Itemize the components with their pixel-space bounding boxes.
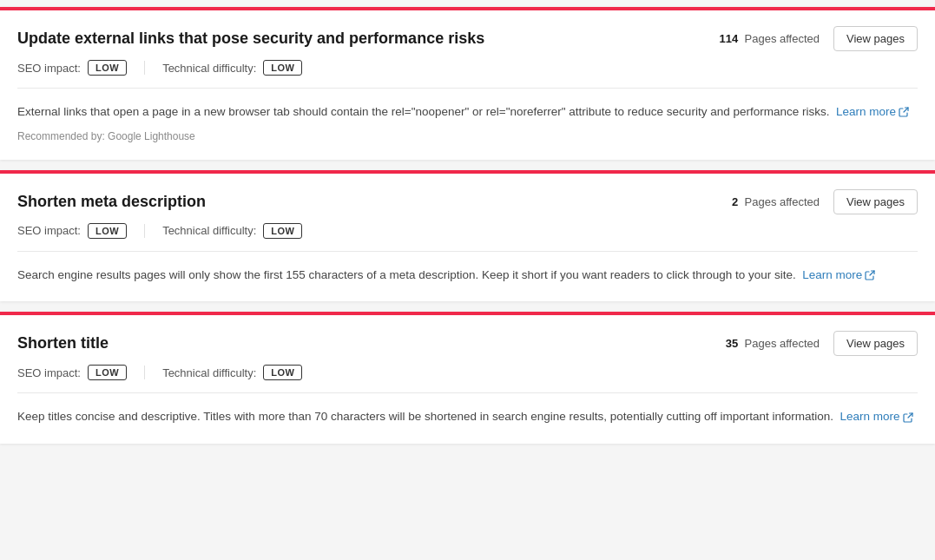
technical-difficulty-badge: LOW	[263, 365, 302, 380]
card-body: Search engine results pages will only sh…	[0, 252, 935, 302]
card-description: External links that open a page in a new…	[17, 102, 918, 122]
pages-affected-count: 35	[726, 337, 738, 350]
card-description: Search engine results pages will only sh…	[17, 266, 918, 285]
seo-impact-badge: LOW	[88, 60, 127, 76]
seo-impact-badge: LOW	[88, 365, 127, 380]
card-title: Shorten meta description	[17, 193, 206, 211]
view-pages-button[interactable]: View pages	[833, 26, 918, 51]
card-header: Shorten title 35 Pages affected View pag…	[0, 315, 935, 365]
pages-affected: 2 Pages affected	[732, 195, 820, 208]
page-wrapper: Update external links that pose security…	[0, 0, 935, 560]
card-meta: SEO impact: LOW Technical difficulty: LO…	[0, 365, 935, 392]
view-pages-button[interactable]: View pages	[833, 331, 918, 356]
technical-difficulty-label: Technical difficulty:	[162, 224, 256, 237]
recommended-by: Recommended by: Google Lighthouse	[17, 130, 918, 142]
header-right: 114 Pages affected View pages	[720, 26, 918, 51]
seo-impact-badge: LOW	[88, 223, 127, 239]
pages-affected-label: Pages affected	[745, 32, 820, 45]
recommendation-card-3: Shorten title 35 Pages affected View pag…	[0, 312, 935, 444]
pages-affected: 35 Pages affected	[726, 337, 820, 350]
pages-affected-count: 2	[732, 195, 738, 208]
technical-difficulty-label: Technical difficulty:	[162, 62, 256, 75]
technical-difficulty-badge: LOW	[263, 60, 302, 76]
card-title: Shorten title	[17, 334, 109, 352]
pages-affected-count: 114	[720, 32, 739, 45]
meta-separator	[144, 366, 145, 379]
header-right: 2 Pages affected View pages	[732, 189, 918, 214]
seo-impact-label: SEO impact:	[17, 366, 81, 379]
pages-affected: 114 Pages affected	[720, 32, 820, 45]
learn-more-link[interactable]: Learn more	[840, 410, 913, 423]
view-pages-button[interactable]: View pages	[833, 189, 918, 214]
card-meta: SEO impact: LOW Technical difficulty: LO…	[0, 60, 935, 88]
header-right: 35 Pages affected View pages	[726, 331, 918, 356]
pages-affected-label: Pages affected	[745, 337, 820, 350]
card-meta: SEO impact: LOW Technical difficulty: LO…	[0, 223, 935, 251]
card-body: External links that open a page in a new…	[0, 89, 935, 160]
seo-impact-label: SEO impact:	[17, 62, 81, 75]
technical-difficulty-label: Technical difficulty:	[162, 366, 256, 379]
meta-separator	[144, 61, 145, 75]
pages-affected-label: Pages affected	[745, 195, 820, 208]
card-title: Update external links that pose security…	[17, 30, 484, 48]
learn-more-link[interactable]: Learn more	[836, 105, 909, 118]
card-header: Shorten meta description 2 Pages affecte…	[0, 174, 935, 223]
recommendation-card-2: Shorten meta description 2 Pages affecte…	[0, 170, 935, 302]
seo-impact-label: SEO impact:	[17, 224, 81, 237]
recommendation-card-1: Update external links that pose security…	[0, 7, 935, 160]
technical-difficulty-badge: LOW	[263, 223, 302, 239]
card-description: Keep titles concise and descriptive. Tit…	[17, 407, 918, 426]
meta-separator	[144, 224, 145, 238]
learn-more-link[interactable]: Learn more	[802, 268, 875, 281]
card-body: Keep titles concise and descriptive. Tit…	[0, 393, 935, 444]
card-header: Update external links that pose security…	[0, 10, 935, 60]
